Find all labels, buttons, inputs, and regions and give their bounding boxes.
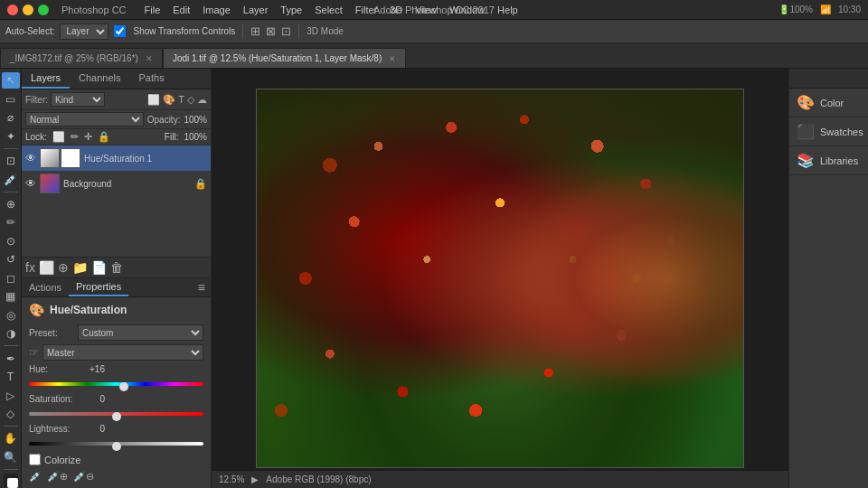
fill-label: Fill: [165,132,179,142]
right-panel-libraries[interactable]: 📚 Libraries [789,146,868,175]
tool-dodge[interactable]: ◑ [2,325,20,342]
maximize-button[interactable] [38,5,49,15]
tab-actions[interactable]: Actions [22,279,69,296]
right-panel-swatches[interactable]: ⬛ Swatches [789,117,868,146]
menu-edit[interactable]: Edit [173,5,190,15]
preset-select[interactable]: Custom [78,324,203,341]
tool-blur[interactable]: ◎ [2,306,20,323]
layer-controls: fx ⬜ ⊕ 📁 📄 🗑 [22,257,211,277]
main-layout: ↖ ▭ ⌀ ✦ ⊡ 💉 ⊕ ✏ ⊙ ↺ ◻ ▦ ◎ ◑ ✒ T ▷ ◇ ✋ 🔍 … [0,69,868,488]
tab-properties[interactable]: Properties [69,278,128,296]
blend-mode-select[interactable]: Normal [25,112,144,127]
layers-list: 👁 Hue/Saturation 1 👁 Background [22,145,211,257]
align-icon-left[interactable]: ⊞ [250,24,260,38]
props-header: 🎨 Hue/Saturation [29,303,203,317]
tab-jodi1-close[interactable]: ✕ [389,54,396,63]
tool-hand[interactable]: ✋ [2,430,20,446]
light-slider[interactable] [29,437,203,450]
tab-img8172-close[interactable]: ✕ [146,54,153,63]
tool-text[interactable]: T [2,369,20,385]
finger-icon: ☞ [29,346,39,359]
tool-crop[interactable]: ⊡ [2,153,20,169]
tool-healing[interactable]: ⊕ [2,196,20,212]
menu-file[interactable]: File [145,5,161,15]
new-group-button[interactable]: 📁 [72,260,88,275]
sat-slider[interactable] [29,408,203,420]
filter-shape-icon[interactable]: ◇ [187,94,194,106]
show-transform-checkbox[interactable] [114,25,126,37]
props-bottom-icons: 💉 💉⊕ 💉⊖ [29,471,203,483]
panel-tabs: Layers Channels Paths [22,69,211,89]
tab-jodi1[interactable]: Jodi 1.tif @ 12.5% (Hue/Saturation 1, La… [163,48,406,68]
menu-select[interactable]: Select [315,5,343,15]
tool-eyedropper[interactable]: 💉 [2,171,20,187]
filter-adj-icon[interactable]: 🎨 [163,94,175,106]
tool-eraser[interactable]: ◻ [2,270,20,286]
filter-type-icon[interactable]: T [178,94,184,106]
menu-type[interactable]: Type [280,5,302,15]
hue-slider[interactable] [29,378,203,390]
minimize-button[interactable] [23,5,33,15]
layer-thumb-hue-sat [40,148,60,168]
filter-smart-icon[interactable]: ☁ [197,94,207,106]
lock-position-icon[interactable]: ✛ [84,131,92,143]
tab-channels[interactable]: Channels [70,69,129,89]
menu-help[interactable]: Help [497,5,518,15]
tool-pen[interactable]: ✒ [2,350,20,366]
tool-gradient[interactable]: ▦ [2,288,20,305]
tool-path[interactable]: ▷ [2,387,20,403]
props-eyedropper-icon[interactable]: 💉 [29,471,42,483]
hue-sat-icon: 🎨 [29,303,44,317]
lock-image-icon[interactable]: ✏ [71,131,79,143]
tool-clone[interactable]: ⊙ [2,233,20,249]
props-menu-icon[interactable]: ≡ [198,280,211,295]
layer-thumb-bg [40,174,60,193]
tool-history-brush[interactable]: ↺ [2,251,20,267]
align-icon-center[interactable]: ⊠ [266,24,276,38]
tab-img8172[interactable]: _IMG8172.tif @ 25% (RGB/16*) ✕ [0,48,163,68]
filter-pixel-icon[interactable]: ⬜ [147,94,160,106]
new-adjustment-button[interactable]: ⊕ [58,260,69,275]
auto-select-dropdown[interactable]: Layer Group [60,23,108,40]
tool-zoom[interactable]: 🔍 [2,449,20,465]
canvas-area: 12.5% ▶ Adobe RGB (1998) (8bpc) [212,69,788,488]
libraries-panel-icon: 📚 [797,152,815,169]
tool-marquee[interactable]: ▭ [2,90,20,107]
sat-label: Saturation: [29,394,74,404]
opacity-label: Opacity: [147,115,181,125]
menu-image[interactable]: Image [203,5,231,15]
tool-move[interactable]: ↖ [2,72,20,89]
props-eyedropper-plus-icon[interactable]: 💉⊕ [47,471,68,483]
align-icon-right[interactable]: ⊡ [281,24,291,38]
layer-visibility-bg[interactable]: 👁 [25,177,36,190]
status-arrow: ▶ [251,474,259,484]
hue-row: Hue: +16 [29,364,203,374]
lock-all-icon[interactable]: 🔒 [98,131,110,143]
add-fx-button[interactable]: fx [25,260,35,275]
tool-brush[interactable]: ✏ [2,214,20,230]
filter-kind-select[interactable]: Kind [51,92,105,107]
layer-item-background[interactable]: 👁 Background 🔒 [22,171,211,196]
close-button[interactable] [7,5,18,15]
props-eyedropper-minus-icon[interactable]: 💉⊖ [73,471,94,483]
new-layer-button[interactable]: 📄 [91,260,107,275]
canvas-image[interactable] [256,89,744,468]
tab-layers[interactable]: Layers [22,69,70,89]
channel-select[interactable]: Master [42,344,203,361]
tool-shape[interactable]: ◇ [2,406,20,422]
layer-filter-row: Filter: Kind ⬜ 🎨 T ◇ ☁ [22,89,211,110]
3d-mode-label[interactable]: 3D Mode [307,26,344,36]
add-mask-button[interactable]: ⬜ [39,260,54,275]
delete-layer-button[interactable]: 🗑 [110,260,123,275]
tab-paths[interactable]: Paths [130,69,174,89]
lock-transparent-icon[interactable]: ⬜ [52,131,65,143]
menu-layer[interactable]: Layer [243,5,269,15]
tool-lasso[interactable]: ⌀ [2,109,20,126]
background-color[interactable] [7,478,18,488]
layer-visibility-hue-sat[interactable]: 👁 [25,152,36,164]
right-panel-color[interactable]: 🎨 Color [789,89,868,117]
layer-item-hue-sat[interactable]: 👁 Hue/Saturation 1 [22,145,211,171]
tool-magic-wand[interactable]: ✦ [2,127,20,144]
right-panel-top [789,69,868,89]
colorize-checkbox[interactable] [29,454,41,465]
